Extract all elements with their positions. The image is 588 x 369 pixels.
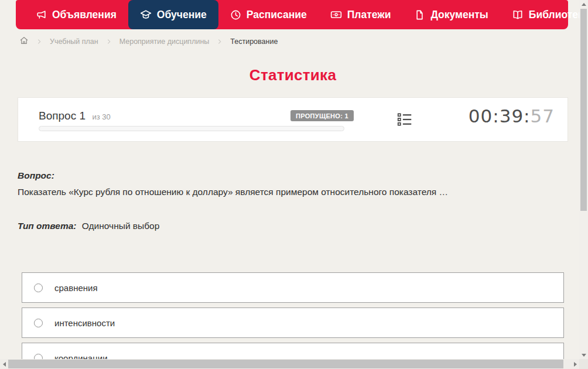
horizontal-scrollbar[interactable] (0, 359, 579, 369)
question-list-icon (396, 111, 413, 131)
breadcrumb-separator-icon (217, 39, 223, 45)
nav-tab-learning[interactable]: Обучение (128, 0, 218, 29)
vertical-scroll-thumb[interactable] (580, 9, 587, 211)
breadcrumb-separator-icon (36, 39, 42, 45)
page-title: Статистика (0, 66, 586, 84)
scroll-left-arrow-icon[interactable] (0, 359, 8, 369)
option-label: интенсивности (54, 318, 115, 328)
scroll-down-arrow-icon[interactable] (579, 351, 588, 359)
question-number: Вопрос 1 (39, 110, 86, 122)
nav-tab-label: Расписание (247, 9, 307, 21)
breadcrumb-item-testing: Тестирование (230, 37, 278, 46)
option-label: сравнения (54, 283, 98, 293)
radio-button[interactable] (34, 283, 43, 292)
document-icon (414, 9, 425, 20)
answer-options: сравнения интенсивности координации (22, 272, 564, 369)
nav-tab-documents[interactable]: Документы (402, 0, 500, 29)
clock-icon (230, 9, 241, 20)
question-section: Вопрос: Показатель «Курс рубля по отноше… (18, 170, 551, 199)
skipped-badge: ПРОПУЩЕНО: 1 (290, 110, 354, 121)
answer-option-1[interactable]: сравнения (22, 272, 564, 303)
nav-tab-label: Документы (430, 9, 488, 21)
answer-type-value: Одиночный выбор (82, 221, 160, 231)
nav-tab-schedule[interactable]: Расписание (218, 0, 319, 29)
nav-tab-label: Платежи (347, 9, 391, 21)
answer-option-2[interactable]: интенсивности (22, 308, 564, 338)
radio-button[interactable] (34, 319, 43, 327)
timer: 00:39:57 (469, 105, 555, 127)
vertical-scrollbar[interactable] (579, 0, 588, 359)
scrollbar-corner (579, 359, 588, 369)
open-book-icon (512, 9, 524, 20)
progress-bar (39, 126, 344, 131)
question-label: Вопрос: (18, 170, 551, 181)
graduation-cap-icon (140, 9, 152, 20)
main-nav: Объявления Обучение Расписание Платежи Д… (16, 0, 568, 29)
horizontal-scroll-thumb[interactable] (8, 360, 563, 368)
nav-tab-payments[interactable]: Платежи (319, 0, 403, 29)
question-list-button[interactable] (395, 111, 414, 130)
question-header-card: Вопрос 1 из 30 ПРОПУЩЕНО: 1 00:39:57 (18, 97, 568, 142)
timer-minutes: 00:39: (469, 105, 531, 127)
nav-tab-label: Объявления (52, 9, 117, 21)
scroll-up-arrow-icon[interactable] (579, 0, 588, 8)
nav-tab-announcements[interactable]: Объявления (24, 0, 128, 29)
page: Объявления Обучение Расписание Платежи Д… (0, 0, 588, 369)
scroll-right-arrow-icon[interactable] (571, 359, 579, 369)
answer-type-row: Тип ответа: Одиночный выбор (18, 221, 159, 231)
nav-tab-label: Обучение (157, 9, 207, 21)
banknote-icon (330, 9, 342, 20)
nav-tab-library[interactable]: Библиотека (500, 0, 588, 29)
breadcrumb-item-discipline-event[interactable]: Мероприятие дисциплины (119, 37, 210, 46)
home-icon[interactable] (19, 36, 29, 47)
breadcrumb: Учебный план Мероприятие дисциплины Тест… (19, 36, 278, 47)
question-total: из 30 (92, 112, 110, 121)
timer-seconds: 57 (531, 105, 555, 127)
question-counter: Вопрос 1 из 30 (39, 110, 111, 122)
question-text: Показатель «Курс рубля по отношению к до… (18, 186, 551, 199)
breadcrumb-item-study-plan[interactable]: Учебный план (50, 37, 98, 46)
megaphone-icon (36, 9, 47, 20)
breadcrumb-separator-icon (106, 39, 112, 45)
answer-type-label: Тип ответа: (18, 221, 77, 231)
